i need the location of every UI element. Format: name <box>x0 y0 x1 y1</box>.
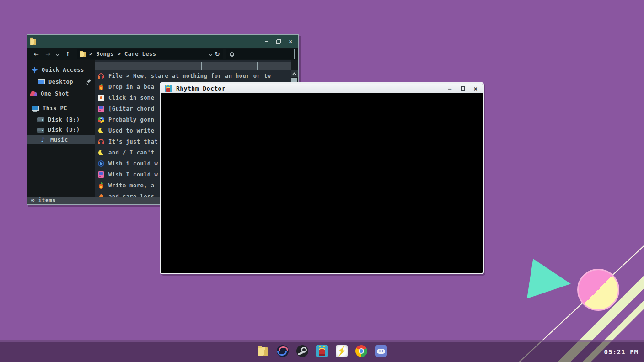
disk-drive-icon <box>37 127 44 133</box>
rd-titlebar[interactable]: Rhythm Doctor − × <box>161 84 483 93</box>
sidebar-item-this-pc[interactable]: This PC <box>27 102 95 114</box>
discord-icon[interactable] <box>375 345 387 357</box>
sidebar-item-one-shot[interactable]: One Shot <box>27 88 95 100</box>
fruity-flame-icon <box>98 182 104 189</box>
close-button[interactable]: × <box>289 38 292 45</box>
computer-icon <box>32 105 39 112</box>
disk-drive-icon <box>37 116 44 123</box>
back-button[interactable]: ← <box>34 51 39 58</box>
diagonal-line-decor <box>510 176 644 362</box>
restore-button[interactable] <box>276 39 281 44</box>
scroll-up-button[interactable] <box>291 70 298 77</box>
headphones-icon <box>98 138 104 145</box>
explorer-titlebar[interactable]: − × <box>27 35 298 48</box>
up-button[interactable]: ↑ <box>65 51 70 58</box>
explorer-sidebar: Quick Access Desktop One Shot This PC <box>27 60 95 197</box>
maximize-button[interactable] <box>461 86 465 91</box>
minimize-button[interactable]: − <box>265 38 268 45</box>
taskbar: 05:21 PM <box>0 340 644 362</box>
refresh-button[interactable]: ↻ <box>215 51 220 58</box>
fruity-flame-icon <box>98 84 104 90</box>
orbit-app-icon[interactable] <box>277 345 289 357</box>
moon-icon <box>98 128 104 134</box>
amp-icon <box>98 171 104 178</box>
steam-icon[interactable] <box>296 345 308 357</box>
moon-icon <box>98 149 104 156</box>
items-count: ∞ items <box>31 197 56 203</box>
chrome-icon[interactable] <box>355 345 367 357</box>
music-note-icon: ♪ <box>39 136 47 143</box>
explorer-navbar: ← → ↑ > Songs > Care Less ↻ <box>27 48 298 60</box>
circle-decor <box>577 269 619 311</box>
triangle-decor <box>527 259 571 300</box>
headphones-icon <box>98 73 104 79</box>
search-input[interactable] <box>236 51 291 57</box>
rhythm-doctor-app-icon <box>165 85 172 92</box>
forward-button[interactable]: → <box>45 51 50 58</box>
address-chevron-icon[interactable] <box>209 53 212 56</box>
folder-icon <box>80 51 86 58</box>
cloud-icon <box>30 90 37 97</box>
sidebar-item-disk-d[interactable]: Disk (D:) <box>27 125 95 135</box>
minimize-button[interactable]: − <box>448 85 451 92</box>
sidebar-item-disk-b[interactable]: Disk (B:) <box>27 114 95 125</box>
taskbar-clock: 05:21 PM <box>604 342 639 362</box>
flame-orange-icon <box>98 193 104 197</box>
window-title: Rhythm Doctor <box>176 85 225 92</box>
file-row[interactable]: File > New, stare at nothing for an hour… <box>95 70 291 81</box>
close-button[interactable]: × <box>474 85 478 92</box>
project-file-icon <box>98 95 104 101</box>
game-viewport[interactable] <box>161 93 483 273</box>
folder-icon <box>30 37 37 45</box>
quick-access-star-icon <box>31 67 38 74</box>
sidebar-item-quick-access[interactable]: Quick Access <box>27 64 95 76</box>
search-icon <box>230 52 233 56</box>
desktop-background: − × ← → ↑ > Songs > Care Less ↻ <box>0 0 644 362</box>
history-chevron-icon[interactable] <box>56 53 59 56</box>
pin-icon <box>86 80 91 85</box>
media-player-icon <box>98 160 104 167</box>
sidebar-item-music[interactable]: ♪ Music <box>27 135 95 144</box>
column-header[interactable] <box>95 62 291 70</box>
monitor-icon <box>38 79 45 85</box>
cd-icon <box>98 117 104 123</box>
address-bar[interactable]: > Songs > Care Less ↻ <box>77 49 223 59</box>
rhythm-doctor-window: Rhythm Doctor − × <box>160 82 484 274</box>
rhythm-doctor-icon[interactable] <box>316 345 328 357</box>
amp-icon <box>98 106 104 112</box>
file-explorer-icon[interactable] <box>257 345 269 357</box>
search-box[interactable] <box>226 49 295 59</box>
address-path[interactable]: > Songs > Care Less <box>89 51 206 57</box>
sidebar-item-desktop[interactable]: Desktop <box>27 76 95 88</box>
lightning-app-icon[interactable] <box>336 345 348 357</box>
